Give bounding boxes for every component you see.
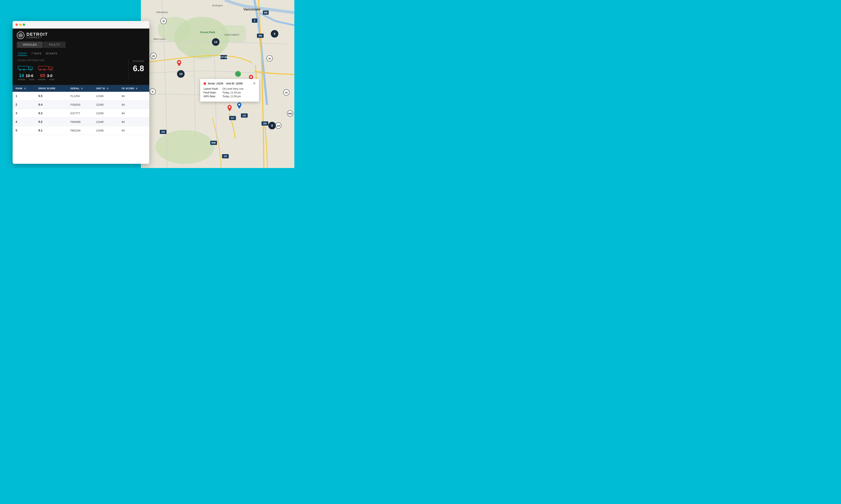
table-row[interactable]: 4 9.2 FM2999 12345 94 — [13, 118, 149, 126]
app-header: DETROIT CONNECT VEHICLES FAULTS — [13, 29, 149, 48]
svg-point-58 — [30, 69, 32, 71]
time-tabs: TODAY 7 DAYS 30 DAYS — [18, 52, 144, 56]
svg-text:8: 8 — [152, 91, 153, 93]
svg-point-56 — [19, 69, 21, 71]
svg-text:NORTHWEST: NORTHWEST — [225, 34, 239, 36]
svg-text:30: 30 — [268, 57, 271, 60]
score-card-1: 14 10-6 vehicles score — [18, 64, 34, 80]
map-popup: Serial: J1234 Unit ID: 12345 ✕ Latest Fa… — [200, 79, 259, 102]
svg-text:26: 26 — [152, 55, 155, 57]
map-cluster-13[interactable]: 13 — [212, 38, 220, 46]
browser-titlebar — [13, 21, 149, 29]
svg-text:405: 405 — [259, 35, 262, 37]
col-rank[interactable]: RANK ⇅ — [13, 85, 36, 92]
rank-sort-icon: ⇅ — [24, 88, 26, 90]
svg-point-46 — [250, 76, 252, 78]
nav-tabs: VEHICLES FAULTS — [17, 41, 145, 48]
nav-tab-faults[interactable]: FAULTS — [43, 41, 65, 48]
fe-score-sort-icon: ⇅ — [136, 88, 138, 90]
svg-text:Folkenberg: Folkenberg — [156, 11, 168, 14]
svg-text:West Union: West Union — [154, 38, 166, 40]
svg-text:224: 224 — [276, 125, 280, 127]
table-body: 1 9.5 FL1254 12345 94 2 9.4 FG8293 12345… — [13, 92, 149, 135]
svg-text:205: 205 — [263, 122, 267, 125]
app-content: TODAY 7 DAYS 30 DAYS SCORE DISTRIBUTION — [13, 48, 149, 164]
score-cards: 14 10-6 vehicles score — [18, 64, 124, 80]
vehicles-table: RANK ⇅ DRIVE SCORE SERIAL ⇅ UNIT ID ⇅ — [13, 85, 149, 135]
col-drive-score: DRIVE SCORE — [36, 85, 68, 92]
time-tab-30days[interactable]: 30 DAYS — [46, 52, 57, 56]
table-row[interactable]: 1 9.5 FL1254 12345 94 — [13, 92, 149, 101]
time-tab-today[interactable]: TODAY — [18, 52, 27, 56]
map-cluster-10[interactable]: 10 — [177, 70, 185, 78]
svg-text:99E: 99E — [264, 12, 268, 14]
minimize-button[interactable] — [19, 23, 21, 26]
svg-text:BYP 30B: BYP 30B — [219, 56, 228, 58]
svg-rect-60 — [49, 67, 53, 70]
truck-icon-1 — [18, 64, 34, 72]
app-name: DETROIT CONNECT — [27, 32, 48, 39]
map-pin-red-1[interactable] — [177, 60, 181, 67]
svg-text:Burlington: Burlington — [212, 4, 223, 7]
score-card-1-numbers: 14 10-6 — [19, 73, 33, 78]
time-tab-7days[interactable]: 7 DAYS — [31, 52, 41, 56]
svg-point-57 — [23, 69, 25, 71]
svg-point-63 — [50, 69, 52, 71]
score-left: SCORE DISTRIBUTION — [18, 59, 124, 80]
app-logo: DETROIT CONNECT — [17, 32, 145, 39]
svg-text:99E: 99E — [288, 112, 292, 115]
score-average: AVERAGE 6.8 — [133, 59, 144, 73]
svg-text:5: 5 — [254, 19, 255, 22]
score-distribution-label: SCORE DISTRIBUTION — [18, 59, 124, 61]
svg-text:43: 43 — [285, 91, 288, 94]
svg-text:141: 141 — [224, 155, 227, 158]
svg-text:141: 141 — [243, 114, 246, 117]
svg-text:217: 217 — [231, 117, 235, 119]
svg-text:99W: 99W — [211, 142, 216, 144]
svg-point-4 — [156, 130, 214, 164]
map-pin-red-3[interactable] — [227, 105, 232, 112]
average-value: 6.8 — [133, 64, 144, 73]
svg-point-51 — [20, 35, 21, 36]
score-card-2-numbers: 65 3-0 — [40, 73, 53, 78]
svg-text:30: 30 — [162, 20, 165, 22]
map-cluster-9[interactable]: 9 — [271, 30, 278, 38]
score-section: TODAY 7 DAYS 30 DAYS SCORE DISTRIBUTION — [13, 48, 149, 85]
oregon-zoo-icon: 🐾 — [235, 71, 241, 77]
svg-text:Vancouver: Vancouver — [243, 7, 260, 11]
popup-status-dot — [204, 82, 206, 85]
svg-point-61 — [39, 69, 41, 71]
maximize-button[interactable] — [23, 23, 25, 26]
svg-point-45 — [178, 61, 180, 63]
unit-id-sort-icon: ⇅ — [107, 88, 109, 90]
col-unit-id[interactable]: UNIT ID ⇅ — [93, 85, 119, 92]
score-card-2: 65 3-0 vehicles score — [38, 64, 55, 80]
map-area[interactable]: 8 30 26 5 405 217 205 BYP 30B 99E 30 43 … — [141, 0, 294, 168]
svg-point-47 — [229, 106, 230, 108]
average-label: AVERAGE — [133, 60, 144, 62]
truck-icon-2 — [38, 64, 55, 72]
score-divider — [128, 59, 128, 80]
close-button[interactable] — [16, 23, 18, 26]
logo-icon — [17, 32, 24, 39]
svg-rect-55 — [29, 67, 33, 70]
svg-text:210: 210 — [161, 131, 165, 133]
browser-window-controls — [16, 23, 25, 26]
table-row[interactable]: 5 9.1 FM2194 12345 94 — [13, 126, 149, 135]
nav-tab-vehicles[interactable]: VEHICLES — [17, 41, 43, 48]
svg-point-48 — [238, 104, 240, 105]
serial-sort-icon: ⇅ — [81, 88, 83, 90]
popup-close-button[interactable]: ✕ — [253, 82, 256, 85]
col-fe-score[interactable]: FE SCORE ⇅ — [119, 85, 149, 92]
col-serial[interactable]: SERIAL ⇅ — [68, 85, 93, 92]
map-cluster-8[interactable]: 8 — [268, 122, 276, 129]
svg-point-62 — [43, 69, 45, 71]
browser-window: DETROIT CONNECT VEHICLES FAULTS TODAY — [13, 21, 149, 164]
score-row: SCORE DISTRIBUTION — [18, 59, 144, 80]
map-pin-blue-1[interactable] — [237, 103, 241, 110]
svg-text:Forest Park: Forest Park — [200, 31, 215, 34]
table-section: RANK ⇅ DRIVE SCORE SERIAL ⇅ UNIT ID ⇅ — [13, 85, 149, 164]
table-row[interactable]: 3 9.3 KS7777 12345 94 — [13, 109, 149, 118]
table-row[interactable]: 2 9.4 FG8293 12345 94 — [13, 101, 149, 109]
